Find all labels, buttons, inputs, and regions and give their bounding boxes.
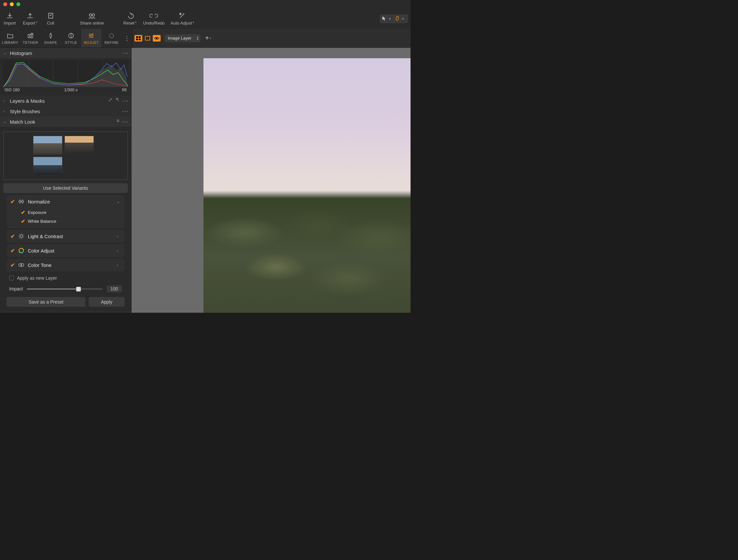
color-tone-icon — [18, 262, 25, 268]
adjust-sidebar: ⌄ Histogram ISO 160 1/300 s f/8 › Layers… — [0, 48, 131, 313]
reset-layer-icon[interactable]: ↰ — [115, 97, 119, 105]
apply-as-layer-row[interactable]: Apply as new Layer — [3, 273, 128, 283]
normalize-header[interactable]: ✔ Normalize ⌄ — [7, 195, 125, 208]
style-brushes-header[interactable]: › Style Brushes — [0, 106, 131, 116]
tab-adjust[interactable]: ADJUST — [81, 29, 101, 47]
layer-select[interactable]: Image Layer ▴▾ — [164, 34, 201, 42]
hand-tool[interactable] — [395, 16, 400, 22]
tab-refine[interactable]: REFINE — [101, 29, 122, 47]
reset-label: Reset — [123, 21, 134, 25]
color-adjust-title: Color Adjust — [28, 248, 113, 253]
chevron-down-icon: ⌄ — [3, 120, 7, 124]
svg-point-4 — [29, 35, 31, 37]
color-tone-group[interactable]: ✔ Color Tone › — [7, 258, 125, 271]
match-look-header[interactable]: ⌄ Match Look ≡ — [0, 116, 131, 127]
svg-rect-14 — [139, 39, 141, 40]
svg-point-16 — [156, 38, 157, 39]
check-icon[interactable]: ✔ — [10, 233, 15, 239]
close-window-button[interactable] — [3, 2, 7, 6]
normalize-group: ✔ Normalize ⌄ ✔ Exposure ✔ White Balance — [7, 195, 125, 228]
impact-slider[interactable] — [27, 289, 103, 290]
tab-style[interactable]: STYLE — [61, 29, 81, 47]
histogram-header[interactable]: ⌄ Histogram — [0, 48, 131, 58]
impact-value[interactable]: 100 — [107, 285, 122, 293]
tab-style-label: STYLE — [65, 41, 77, 44]
histogram-panel: ISO 160 1/300 s f/8 — [0, 58, 131, 95]
undo-redo-label: Undo/Redo — [143, 21, 165, 25]
check-icon[interactable]: ✔ — [21, 209, 25, 215]
reference-dropzone[interactable] — [3, 131, 128, 180]
apply-button[interactable]: Apply — [89, 297, 125, 307]
save-preset-button[interactable]: Save as a Preset — [7, 297, 85, 307]
grid-view-button[interactable] — [134, 35, 142, 42]
main-toolbar: Import Export▾ Cull Share online Reset▾ … — [0, 8, 411, 29]
tab-shape[interactable]: SHAPE — [41, 29, 61, 47]
tab-refine-label: REFINE — [104, 41, 118, 44]
image-viewer[interactable] — [131, 48, 411, 313]
layers-header[interactable]: › Layers & Masks ⤢ ↰ — [0, 95, 131, 106]
share-button[interactable]: Share online — [80, 12, 104, 25]
normalize-whitebalance-item[interactable]: ✔ White Balance — [7, 217, 125, 228]
light-contrast-title: Light & Contrast — [28, 233, 113, 239]
more-icon — [124, 35, 130, 42]
svg-point-25 — [19, 248, 24, 253]
histogram-aperture: f/8 — [122, 88, 126, 92]
pointer-tool[interactable] — [382, 16, 387, 22]
expand-icon[interactable]: ⤢ — [108, 97, 112, 105]
auto-adjust-button[interactable]: Auto Adjust▾ — [170, 12, 194, 25]
svg-point-7 — [92, 33, 93, 35]
updown-icon: ▴▾ — [197, 36, 199, 41]
undo-redo-button[interactable]: Undo/Redo — [143, 12, 165, 25]
impact-label: Impact — [9, 286, 23, 292]
import-button[interactable]: Import — [3, 12, 17, 25]
export-button[interactable]: Export▾ — [23, 12, 38, 25]
single-view-button[interactable] — [143, 35, 151, 42]
check-icon[interactable]: ✔ — [10, 198, 15, 205]
layer-select-label: Image Layer — [168, 36, 192, 41]
chevron-down-icon: ⌄ — [3, 51, 7, 55]
reference-thumb[interactable] — [33, 136, 62, 155]
import-label: Import — [4, 21, 16, 25]
add-layer-button[interactable]: +▾ — [202, 34, 215, 42]
minimize-window-button[interactable] — [10, 2, 14, 6]
match-look-menu[interactable] — [122, 118, 128, 126]
svg-point-24 — [20, 235, 23, 237]
tab-library[interactable]: LIBRARY — [0, 29, 20, 47]
tabs-more-button[interactable] — [122, 29, 132, 47]
histogram-title: Histogram — [10, 50, 119, 56]
tab-adjust-label: ADJUST — [84, 41, 99, 44]
color-adjust-group[interactable]: ✔ Color Adjust › — [7, 244, 125, 257]
histogram-chart — [3, 60, 128, 87]
light-contrast-group[interactable]: ✔ Light & Contrast › — [7, 229, 125, 243]
reference-thumb[interactable] — [64, 136, 94, 155]
cull-button[interactable]: Cull — [43, 12, 58, 25]
svg-point-22 — [19, 200, 21, 202]
tab-tether[interactable]: TETHER — [20, 29, 41, 47]
check-icon[interactable]: ✔ — [21, 218, 25, 224]
color-adjust-icon — [18, 247, 25, 254]
chevron-down-icon: ⌄ — [117, 199, 121, 204]
preview-image — [204, 58, 411, 313]
tab-tether-label: TETHER — [23, 41, 38, 44]
list-icon[interactable]: ≡ — [116, 118, 119, 126]
match-look-panel: Use Selected Variants ✔ Normalize ⌄ ✔ Ex… — [0, 127, 131, 312]
apply-as-layer-checkbox[interactable] — [9, 276, 14, 280]
use-selected-variants-button[interactable]: Use Selected Variants — [3, 183, 128, 193]
cull-label: Cull — [47, 21, 54, 25]
check-icon[interactable]: ✔ — [10, 247, 15, 254]
style-brushes-menu[interactable] — [122, 107, 128, 115]
reference-thumb[interactable] — [33, 157, 62, 176]
preview-toggle-button[interactable] — [153, 35, 160, 42]
histogram-menu[interactable] — [122, 49, 128, 57]
normalize-exposure-item[interactable]: ✔ Exposure — [7, 208, 125, 217]
chevron-right-icon: › — [3, 109, 7, 113]
svg-point-2 — [92, 14, 95, 16]
white-balance-header[interactable]: › White Balance ✎ ⤢ ↰ ≡ — [0, 312, 131, 313]
svg-point-9 — [91, 36, 92, 38]
maximize-window-button[interactable] — [16, 2, 20, 6]
svg-point-8 — [90, 35, 91, 36]
reset-button[interactable]: Reset▾ — [123, 12, 137, 25]
cursor-tool-group: ▾ ▾ — [380, 14, 408, 23]
check-icon[interactable]: ✔ — [10, 262, 15, 268]
layers-menu[interactable] — [122, 97, 128, 105]
